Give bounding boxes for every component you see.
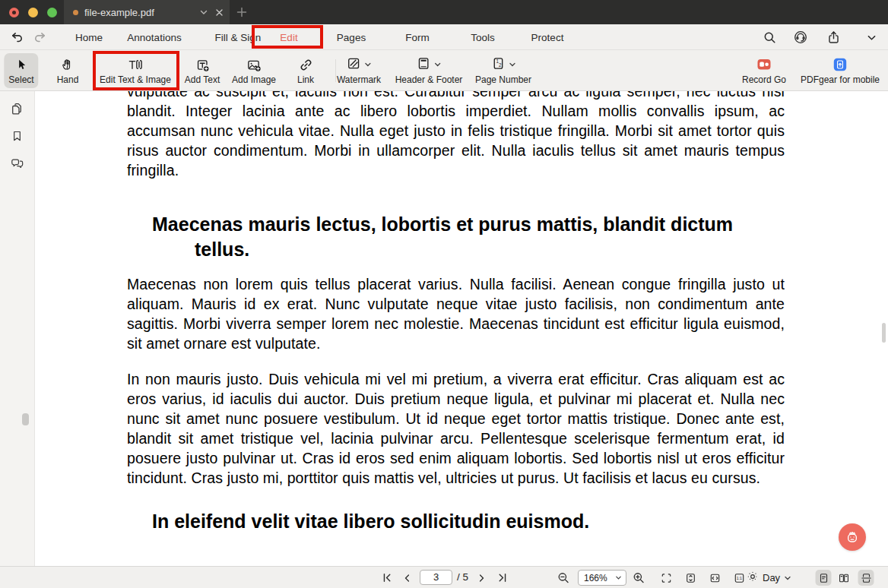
watermark-label: Watermark: [337, 74, 381, 85]
pdfgear-mobile-label: PDFgear for mobile: [801, 74, 880, 85]
menu-tab-home[interactable]: Home: [75, 24, 103, 50]
page-number-input[interactable]: 3: [420, 570, 452, 585]
menu-tab-form[interactable]: Form: [405, 24, 430, 50]
watermark-icon: [346, 56, 360, 74]
select-tool-label: Select: [8, 74, 33, 85]
search-icon[interactable]: [762, 30, 777, 45]
page-number-button[interactable]: 12 Page Number: [471, 53, 536, 88]
menu-tab-fill-sign[interactable]: Fill & Sign: [215, 24, 262, 50]
add-image-button[interactable]: Add Image: [227, 53, 281, 88]
svg-text:2: 2: [498, 62, 501, 68]
page-thumbnails-icon[interactable]: [9, 100, 26, 117]
pdf-paragraph: In non mauris justo. Duis vehicula mi ve…: [127, 369, 785, 488]
page-total-label: / 5: [457, 571, 468, 583]
previous-page-button[interactable]: [399, 570, 415, 586]
new-tab-button[interactable]: [234, 5, 249, 20]
tab-title: file-example.pdf: [84, 7, 192, 18]
undo-icon[interactable]: [9, 30, 24, 45]
two-page-view-button[interactable]: [836, 570, 852, 586]
display-mode-dropdown[interactable]: Day: [747, 569, 791, 586]
status-bar: 3 / 5 166% 1:1 Day: [0, 566, 888, 588]
svg-text:1:1: 1:1: [736, 576, 741, 580]
display-mode-value: Day: [763, 572, 780, 583]
panel-resize-handle[interactable]: [22, 413, 29, 425]
header-footer-icon: [417, 56, 431, 74]
pdf-heading: In eleifend velit vitae libero sollicitu…: [127, 509, 785, 534]
pdfgear-mobile-icon: [833, 56, 847, 73]
header-footer-chevron-down-icon: [434, 61, 442, 68]
add-image-label: Add Image: [232, 74, 276, 85]
add-text-button[interactable]: Add Text: [180, 53, 224, 88]
next-page-button[interactable]: [474, 570, 490, 586]
zoom-level-dropdown[interactable]: 166%: [578, 570, 626, 586]
link-button[interactable]: Link: [293, 53, 319, 88]
fit-width-button[interactable]: [707, 570, 723, 586]
pdfgear-mobile-button[interactable]: PDFgear for mobile: [796, 53, 884, 88]
menu-tab-tools[interactable]: Tools: [471, 24, 495, 50]
record-go-label: Record Go: [742, 74, 786, 85]
watermark-chevron-down-icon: [363, 61, 371, 68]
collapse-toolbar-chevron-icon[interactable]: [864, 30, 879, 45]
page-number-icon: 12: [490, 56, 505, 74]
zoom-in-button[interactable]: [631, 570, 647, 586]
fit-height-button[interactable]: [683, 570, 699, 586]
share-icon[interactable]: [826, 30, 841, 45]
bookmarks-icon[interactable]: [9, 128, 26, 144]
left-panel-rail: [0, 91, 35, 566]
watermark-button[interactable]: Watermark: [332, 53, 385, 88]
add-text-label: Add Text: [185, 74, 220, 85]
menu-tab-edit[interactable]: Edit: [280, 24, 297, 50]
title-bar: file-example.pdf: [0, 0, 888, 24]
continuous-scroll-view-button[interactable]: [858, 570, 874, 586]
support-headset-icon[interactable]: [793, 30, 808, 45]
record-go-button[interactable]: Record Go: [737, 53, 791, 88]
minimize-window-button[interactable]: [28, 8, 38, 17]
fit-page-button[interactable]: [658, 570, 674, 586]
page-number-chevron-down-icon: [508, 61, 515, 68]
day-mode-sun-icon: [747, 571, 759, 585]
add-image-icon: [246, 56, 262, 73]
tab-chevron-down-icon[interactable]: [199, 8, 208, 17]
actual-size-button[interactable]: 1:1: [731, 570, 747, 586]
edit-toolbar: Select Hand Edit Text & Image Add Text A…: [0, 50, 888, 91]
unsaved-dot-icon: [73, 10, 78, 15]
close-window-button[interactable]: [9, 8, 19, 17]
edit-text-image-label: Edit Text & Image: [100, 74, 171, 85]
pdf-heading: Maecenas mauris lectus, lobortis et puru…: [127, 212, 785, 262]
document-tab[interactable]: file-example.pdf: [64, 0, 230, 24]
menu-bar: Home Annotations Fill & Sign Edit Pages …: [0, 24, 888, 50]
menu-tab-pages[interactable]: Pages: [337, 24, 366, 50]
hand-icon: [62, 56, 75, 73]
header-footer-button[interactable]: Header & Footer: [391, 53, 468, 88]
vertical-scrollbar-thumb[interactable]: [882, 323, 886, 343]
first-page-button[interactable]: [379, 570, 395, 586]
redo-icon[interactable]: [32, 30, 47, 45]
last-page-button[interactable]: [495, 570, 511, 586]
record-go-icon: [756, 56, 772, 73]
header-footer-label: Header & Footer: [395, 74, 463, 85]
pdf-page-canvas[interactable]: vulputate ac suscipit et, iaculis non es…: [35, 91, 888, 566]
pdf-paragraph: vulputate ac suscipit et, iaculis non es…: [127, 91, 785, 180]
edit-text-cursor-icon: [127, 56, 143, 73]
zoom-window-button[interactable]: [47, 8, 57, 17]
hand-tool-label: Hand: [57, 74, 79, 85]
select-tool-button[interactable]: Select: [4, 53, 38, 88]
comments-icon[interactable]: [9, 155, 26, 172]
tab-close-icon[interactable]: [215, 8, 224, 17]
single-page-view-button[interactable]: [816, 570, 832, 586]
zoom-out-button[interactable]: [556, 570, 572, 586]
cursor-arrow-icon: [14, 56, 28, 73]
ai-assistant-robot-button[interactable]: [839, 523, 866, 551]
link-label: Link: [297, 74, 314, 85]
pdf-paragraph: Maecenas non lorem quis tellus placerat …: [127, 274, 785, 353]
menu-tab-annotations[interactable]: Annotations: [127, 24, 181, 50]
add-text-icon: [195, 56, 209, 73]
link-icon: [298, 56, 312, 73]
hand-tool-button[interactable]: Hand: [52, 53, 84, 88]
zoom-level-value: 166%: [584, 573, 607, 583]
page-number-label: Page Number: [475, 74, 531, 85]
menu-tab-protect[interactable]: Protect: [531, 24, 564, 50]
edit-text-image-button[interactable]: Edit Text & Image: [95, 53, 176, 88]
